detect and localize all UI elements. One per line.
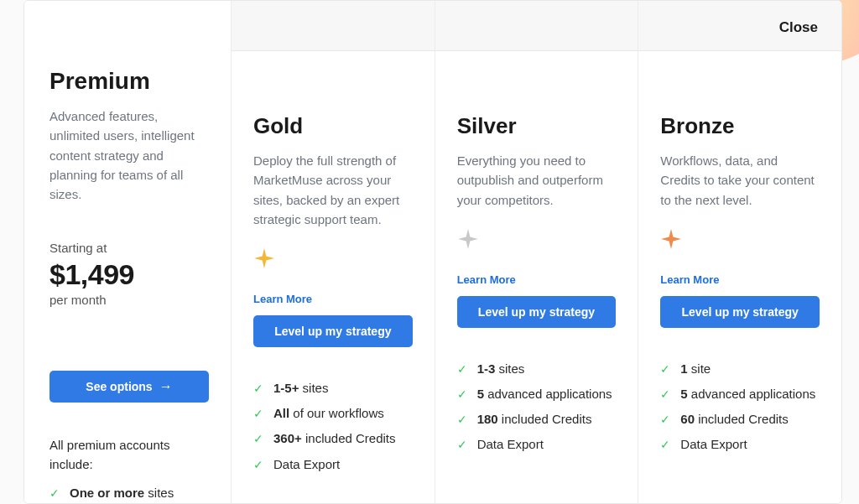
check-icon: ✓ xyxy=(253,406,265,421)
level-up-button[interactable]: Level up my strategy xyxy=(253,315,413,347)
feature-text: Data Export xyxy=(273,457,340,471)
star-icon xyxy=(253,247,413,269)
list-item: ✓ One or more sites xyxy=(49,486,209,501)
check-icon: ✓ xyxy=(457,412,469,427)
level-up-button[interactable]: Level up my strategy xyxy=(660,296,820,328)
check-icon: ✓ xyxy=(457,437,469,452)
see-options-button[interactable]: See options → xyxy=(49,371,209,403)
per-month-label: per month xyxy=(49,293,209,307)
list-item: ✓ 5 advanced applications xyxy=(660,387,820,402)
tier-title-premium: Premium xyxy=(49,68,209,95)
check-icon: ✓ xyxy=(49,486,61,501)
check-icon: ✓ xyxy=(253,431,265,446)
tier-features: ✓ 1 site ✓ 5 advanced applications ✓ 60 … xyxy=(660,361,820,453)
feature-list: ✓ 1 site ✓ 5 advanced applications ✓ 60 … xyxy=(660,361,820,453)
check-icon: ✓ xyxy=(660,361,672,377)
feature-list: ✓ 1-5+ sites ✓ All of our workflows ✓ 36… xyxy=(253,381,413,472)
tier-features: ✓ 1-3 sites ✓ 5 advanced applications ✓ … xyxy=(457,361,617,453)
tier-gold: Gold Deploy the full strength of MarketM… xyxy=(232,1,435,503)
tier-silver: Silver Everything you need to outpublish… xyxy=(435,1,639,503)
learn-more-link[interactable]: Learn More xyxy=(253,293,312,305)
tier-desc-silver: Everything you need to outpublish and ou… xyxy=(457,151,617,210)
check-icon: ✓ xyxy=(253,457,265,472)
feature-text: 360+ included Credits xyxy=(273,431,396,445)
list-item: ✓ 1-5+ sites xyxy=(253,381,413,396)
check-icon: ✓ xyxy=(660,387,672,402)
tier-features: ✓ 1-5+ sites ✓ All of our workflows ✓ 36… xyxy=(253,381,413,472)
header-strip xyxy=(435,1,638,51)
cta-label: Level up my strategy xyxy=(478,305,595,319)
level-up-button[interactable]: Level up my strategy xyxy=(457,296,617,328)
arrow-right-icon: → xyxy=(159,379,173,394)
feature-text: 5 advanced applications xyxy=(680,387,815,401)
star-icon xyxy=(457,228,617,250)
check-icon: ✓ xyxy=(457,387,469,402)
cta-label: Level up my strategy xyxy=(682,305,799,319)
feature-text: Data Export xyxy=(477,437,544,451)
list-item: ✓ Data Export xyxy=(253,457,413,472)
premium-features: All premium accounts include: ✓ One or m… xyxy=(49,436,209,504)
list-item: ✓ All of our workflows xyxy=(253,406,413,421)
tier-title-bronze: Bronze xyxy=(660,113,820,139)
starting-at-label: Starting at xyxy=(49,241,209,255)
list-item: ✓ 5 advanced applications xyxy=(457,387,617,402)
list-item: ✓ Data Export xyxy=(457,437,617,452)
tier-premium: Premium Advanced features, unlimited use… xyxy=(24,1,232,503)
list-item: ✓ 180 included Credits xyxy=(457,412,617,427)
feature-list: ✓ 1-3 sites ✓ 5 advanced applications ✓ … xyxy=(457,361,617,453)
list-item: ✓ 360+ included Credits xyxy=(253,431,413,446)
cta-label: See options xyxy=(86,380,152,393)
tier-desc-gold: Deploy the full strength of MarketMuse a… xyxy=(253,151,413,229)
tier-title-silver: Silver xyxy=(457,113,617,139)
list-item: ✓ 1-3 sites xyxy=(457,361,617,377)
learn-more-link[interactable]: Learn More xyxy=(660,273,719,286)
pricing-modal: Close Premium Advanced features, unlimit… xyxy=(23,0,842,504)
feature-text: 180 included Credits xyxy=(477,412,592,426)
list-item: ✓ 1 site xyxy=(660,361,820,377)
feature-text: 1-5+ sites xyxy=(273,381,328,395)
header-strip xyxy=(232,1,435,51)
check-icon: ✓ xyxy=(457,361,469,377)
feature-text: 1 site xyxy=(680,361,711,376)
cta-label: Level up my strategy xyxy=(274,325,391,338)
tier-title-gold: Gold xyxy=(253,113,413,139)
star-icon xyxy=(660,228,820,250)
check-icon: ✓ xyxy=(660,412,672,427)
tier-desc-premium: Advanced features, unlimited users, inte… xyxy=(49,107,209,204)
list-item: ✓ 60 included Credits xyxy=(660,412,820,427)
feature-text: 5 advanced applications xyxy=(477,387,612,401)
feature-text: Data Export xyxy=(680,437,747,451)
tier-bronze: Bronze Workflows, data, and Credits to t… xyxy=(638,1,841,503)
tier-desc-bronze: Workflows, data, and Credits to take you… xyxy=(660,151,820,210)
premium-features-heading: All premium accounts include: xyxy=(49,436,209,474)
premium-feature-list: ✓ One or more sites✓ Unlimited users xyxy=(49,486,209,504)
feature-text: All of our workflows xyxy=(273,406,384,420)
feature-text: 60 included Credits xyxy=(680,412,788,426)
feature-text: 1-3 sites xyxy=(477,361,525,376)
list-item: ✓ Data Export xyxy=(660,437,820,452)
close-button[interactable]: Close xyxy=(779,19,818,36)
check-icon: ✓ xyxy=(253,381,265,396)
check-icon: ✓ xyxy=(660,437,672,452)
feature-text: One or more sites xyxy=(70,486,174,500)
learn-more-link[interactable]: Learn More xyxy=(457,273,516,286)
premium-price: $1,499 xyxy=(49,258,209,291)
